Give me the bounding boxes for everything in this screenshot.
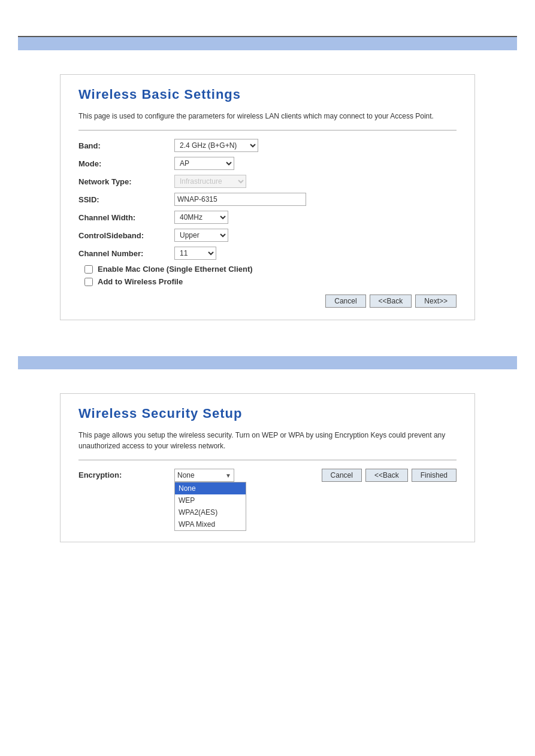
card2-title: Wireless Security Setup (78, 406, 457, 421)
band-select[interactable]: 2.4 GHz (B+G+N) (174, 139, 258, 152)
ssid-input[interactable] (174, 193, 306, 206)
mac-clone-label: Enable Mac Clone (Single Ethernet Client… (98, 265, 253, 274)
encryption-dropdown-list: None WEP WPA2(AES) WPA Mixed (174, 482, 246, 531)
section-gap-2 (0, 369, 535, 393)
card1-button-row: Cancel <<Back Next>> (78, 294, 457, 308)
card2-cancel-button[interactable]: Cancel (322, 469, 362, 482)
card1-back-button[interactable]: <<Back (370, 294, 412, 308)
network-type-label: Network Type: (78, 177, 174, 186)
channel-width-label: Channel Width: (78, 213, 174, 222)
encryption-select-display[interactable]: None ▼ (174, 469, 234, 482)
blue-bar-1 (18, 37, 517, 50)
mac-clone-row: Enable Mac Clone (Single Ethernet Client… (84, 265, 457, 274)
channel-number-label: Channel Number: (78, 249, 174, 258)
network-type-row: Network Type: Infrastructure (78, 175, 457, 188)
card2-finished-button[interactable]: Finished (412, 469, 457, 482)
mode-label: Mode: (78, 159, 174, 168)
card1-desc: This page is used to configure the param… (78, 111, 457, 122)
card1-next-button[interactable]: Next>> (415, 294, 457, 308)
card1-cancel-button[interactable]: Cancel (325, 294, 365, 308)
mid-gap (0, 320, 535, 356)
control-sideband-row: ControlSideband: Upper (78, 229, 457, 242)
blue-bar-2 (18, 356, 517, 369)
band-label: Band: (78, 141, 174, 150)
encryption-selected-value: None (177, 471, 195, 479)
band-row: Band: 2.4 GHz (B+G+N) (78, 139, 457, 152)
wireless-basic-settings-card: Wireless Basic Settings This page is use… (60, 74, 475, 320)
channel-width-select[interactable]: 40MHz (174, 211, 228, 224)
network-type-select[interactable]: Infrastructure (174, 175, 246, 188)
dropdown-arrow-icon: ▼ (225, 472, 231, 479)
encryption-row: Encryption: None ▼ None WEP WPA2(AES) WP… (78, 469, 457, 482)
mode-select[interactable]: AP (174, 157, 234, 170)
ssid-row: SSID: (78, 193, 457, 206)
channel-number-row: Channel Number: 11 (78, 247, 457, 260)
encryption-dropdown-container[interactable]: None ▼ None WEP WPA2(AES) WPA Mixed (174, 469, 234, 482)
card2-back-button[interactable]: <<Back (365, 469, 408, 482)
channel-width-row: Channel Width: 40MHz (78, 211, 457, 224)
control-sideband-label: ControlSideband: (78, 231, 174, 240)
dropdown-item-wpamixed[interactable]: WPA Mixed (175, 518, 246, 530)
mode-row: Mode: AP (78, 157, 457, 170)
card1-divider (78, 130, 457, 130)
wireless-profile-row: Add to Wireless Profile (84, 277, 457, 286)
channel-number-select[interactable]: 11 (174, 247, 216, 260)
section-gap-1 (0, 50, 535, 74)
ssid-label: SSID: (78, 195, 174, 204)
card2-desc: This page allows you setup the wireless … (78, 430, 457, 451)
dropdown-spacer (78, 482, 457, 530)
wireless-security-setup-card: Wireless Security Setup This page allows… (60, 393, 475, 542)
card2-divider (78, 460, 457, 460)
wireless-profile-checkbox[interactable] (84, 278, 93, 286)
encryption-label: Encryption: (78, 469, 174, 479)
dropdown-item-wpa2aes[interactable]: WPA2(AES) (175, 506, 246, 518)
wireless-profile-label: Add to Wireless Profile (98, 277, 183, 286)
dropdown-item-wep[interactable]: WEP (175, 494, 246, 506)
card1-title: Wireless Basic Settings (78, 87, 457, 102)
dropdown-item-none[interactable]: None (175, 482, 246, 494)
control-sideband-select[interactable]: Upper (174, 229, 228, 242)
mac-clone-checkbox[interactable] (84, 265, 93, 274)
